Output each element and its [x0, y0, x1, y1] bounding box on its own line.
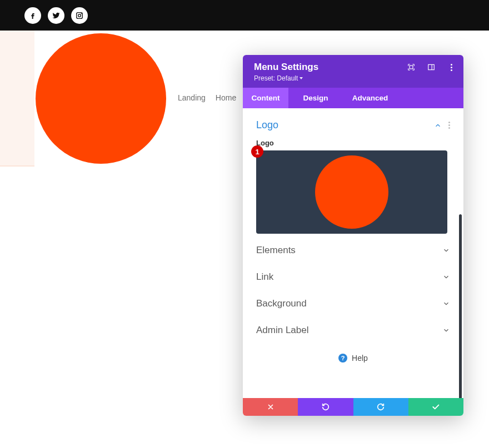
- chevron-up-icon[interactable]: [434, 122, 442, 129]
- chevron-down-icon: [442, 300, 450, 308]
- help-link[interactable]: ? Help: [243, 344, 463, 367]
- svg-rect-4: [428, 64, 435, 69]
- settings-tabs: Content Design Advanced: [243, 88, 463, 108]
- chevron-down-icon: [442, 246, 450, 254]
- cancel-button[interactable]: [243, 398, 298, 416]
- instagram-icon[interactable]: [71, 7, 88, 24]
- step-badge: 1: [251, 145, 263, 158]
- top-social-bar: [0, 0, 489, 31]
- section-logo-title[interactable]: Logo: [256, 119, 278, 131]
- chevron-down-icon: [442, 326, 450, 334]
- menu-settings-modal: Menu Settings Preset: Default Content De…: [243, 55, 463, 416]
- section-elements[interactable]: Elements: [243, 237, 463, 264]
- panel-icon[interactable]: [427, 63, 436, 72]
- preset-label: Preset: Default: [254, 74, 298, 82]
- facebook-icon[interactable]: [24, 7, 41, 24]
- nav-item-home[interactable]: Home: [216, 93, 236, 102]
- section-link-title: Link: [256, 271, 273, 283]
- tab-content[interactable]: Content: [243, 88, 288, 108]
- section-background[interactable]: Background: [243, 290, 463, 317]
- twitter-icon[interactable]: [48, 7, 64, 24]
- save-button[interactable]: [408, 398, 463, 416]
- preset-selector[interactable]: Preset: Default: [254, 74, 452, 82]
- expand-icon[interactable]: [407, 63, 416, 72]
- tab-advanced[interactable]: Advanced: [343, 88, 397, 108]
- modal-footer: [243, 398, 463, 416]
- svg-point-1: [78, 14, 81, 17]
- section-more-icon[interactable]: [448, 122, 450, 129]
- site-logo[interactable]: [36, 33, 166, 164]
- tab-design[interactable]: Design: [288, 88, 343, 108]
- logo-field-label: Logo: [256, 139, 450, 147]
- svg-rect-3: [410, 66, 413, 69]
- section-elements-title: Elements: [256, 245, 296, 256]
- chevron-down-icon: [442, 273, 450, 281]
- redo-button[interactable]: [353, 398, 408, 416]
- chevron-down-icon: [300, 77, 303, 79]
- section-logo: Logo Logo 1: [243, 108, 463, 237]
- section-background-title: Background: [256, 298, 307, 309]
- main-nav: Landing Home A: [178, 93, 252, 102]
- logo-preview: [315, 155, 388, 229]
- more-icon[interactable]: [447, 63, 456, 72]
- help-label: Help: [352, 354, 368, 363]
- modal-header[interactable]: Menu Settings Preset: Default: [243, 55, 463, 88]
- logo-upload[interactable]: 1: [256, 150, 447, 234]
- section-link[interactable]: Link: [243, 264, 463, 290]
- nav-item-landing[interactable]: Landing: [178, 93, 206, 102]
- scrollbar[interactable]: [459, 214, 462, 398]
- section-admin-label-title: Admin Label: [256, 325, 309, 336]
- section-admin-label[interactable]: Admin Label: [243, 317, 463, 344]
- svg-point-2: [81, 13, 82, 14]
- undo-button[interactable]: [298, 398, 353, 416]
- help-icon: ?: [338, 354, 347, 363]
- modal-body: Logo Logo 1 Elements Link Bac: [243, 108, 463, 398]
